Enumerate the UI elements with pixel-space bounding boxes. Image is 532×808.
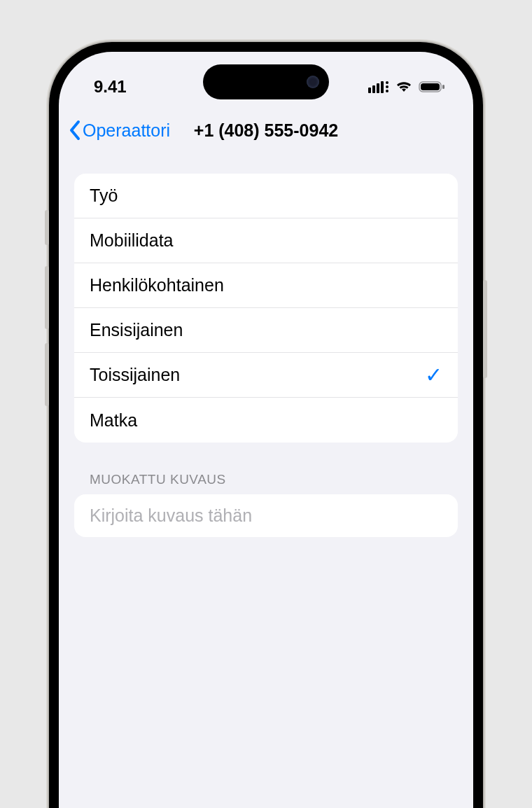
status-time: 9.41	[94, 77, 127, 97]
custom-label-header: MUOKATTU KUVAUS	[74, 443, 458, 494]
label-option-cellular-data[interactable]: Mobiilidata	[74, 218, 458, 263]
custom-label-group	[74, 494, 458, 537]
svg-point-5	[386, 85, 388, 88]
silent-switch	[45, 210, 49, 245]
chevron-left-icon	[69, 120, 81, 141]
navigation-bar: Operaattori +1 (408) 555-0942	[59, 108, 473, 153]
volume-down-button	[45, 343, 49, 406]
label-text: Matka	[90, 410, 137, 431]
screen: 9.41	[59, 52, 473, 808]
custom-label-input[interactable]	[90, 506, 442, 526]
svg-point-4	[386, 81, 388, 84]
checkmark-icon: ✓	[425, 363, 442, 387]
camera-icon	[307, 76, 319, 88]
label-option-primary[interactable]: Ensisijainen	[74, 308, 458, 353]
label-list: Työ Mobiilidata Henkilökohtainen Ensisij…	[74, 174, 458, 443]
cellular-icon	[368, 81, 389, 93]
label-option-travel[interactable]: Matka	[74, 398, 458, 443]
label-text: Mobiilidata	[90, 230, 174, 251]
label-text: Henkilökohtainen	[90, 275, 224, 295]
label-text: Ensisijainen	[90, 320, 183, 340]
svg-rect-0	[368, 88, 371, 93]
dynamic-island	[203, 64, 329, 99]
svg-rect-1	[372, 85, 375, 93]
power-button	[483, 280, 487, 378]
svg-point-6	[386, 90, 388, 92]
svg-rect-2	[377, 83, 379, 93]
label-text: Toissijainen	[90, 365, 180, 385]
svg-rect-3	[381, 81, 384, 93]
svg-rect-9	[442, 85, 444, 89]
label-option-personal[interactable]: Henkilökohtainen	[74, 263, 458, 308]
label-option-secondary[interactable]: Toissijainen ✓	[74, 353, 458, 398]
wifi-icon	[395, 81, 413, 93]
phone-frame: 9.41	[49, 42, 483, 808]
label-option-work[interactable]: Työ	[74, 174, 458, 218]
label-text: Työ	[90, 186, 118, 206]
back-label: Operaattori	[83, 120, 170, 141]
battery-icon	[419, 81, 445, 93]
volume-up-button	[45, 266, 49, 329]
content-area: Työ Mobiilidata Henkilökohtainen Ensisij…	[59, 153, 473, 537]
status-indicators	[368, 81, 445, 93]
svg-rect-8	[421, 83, 440, 90]
back-button[interactable]: Operaattori	[69, 120, 170, 141]
